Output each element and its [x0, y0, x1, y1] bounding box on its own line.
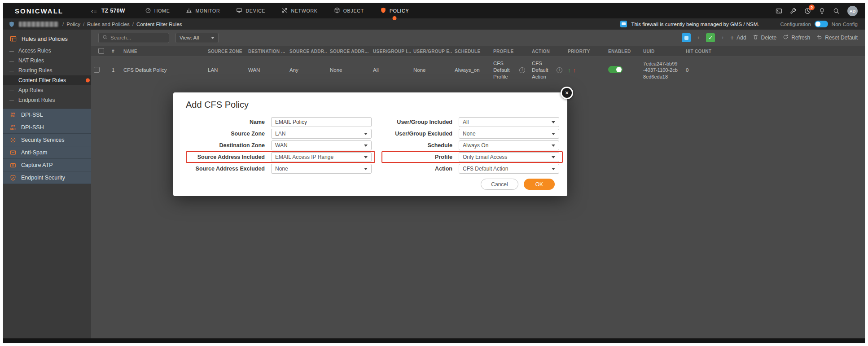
column-header-source-addr-excluded[interactable]: SOURCE ADDR... — [327, 49, 370, 54]
ok-button[interactable]: OK — [524, 179, 555, 190]
sidebar-item-endpoint-security[interactable]: Endpoint Security — [3, 171, 91, 184]
cancel-button[interactable]: Cancel — [481, 179, 518, 190]
close-icon[interactable]: × — [561, 87, 573, 99]
nav-home[interactable]: HOME — [145, 7, 170, 14]
sidebar-item-label: Access Rules — [18, 48, 51, 54]
user-group-excluded-dropdown[interactable]: None — [459, 129, 559, 139]
priority-up-icon[interactable]: ↑ — [568, 67, 571, 74]
name-label: Name — [189, 119, 265, 125]
search-box[interactable] — [98, 33, 169, 43]
source-zone-dropdown[interactable]: LAN — [271, 129, 372, 139]
sidebar-item-nat-rules[interactable]: — NAT Rules — [3, 56, 91, 66]
chevron-down-icon — [552, 133, 555, 135]
sidebar-item-label: Content Filter Rules — [18, 77, 66, 83]
column-header-action[interactable]: ACTION — [529, 49, 565, 54]
sidebar-item-routing-rules[interactable]: — Routing Rules — [3, 66, 91, 75]
column-header-priority[interactable]: PRIORITY — [565, 49, 605, 54]
breadcrumb-content-filter-rules[interactable]: Content Filter Rules — [136, 22, 182, 27]
nav-label: OBJECT — [343, 8, 364, 13]
column-header-schedule[interactable]: SCHEDULE — [452, 49, 491, 54]
sidebar-item-app-rules[interactable]: — App Rules — [3, 85, 91, 95]
back-menu-icon[interactable]: ‹≡ — [91, 8, 97, 14]
column-header-source-zone[interactable]: SOURCE ZONE — [205, 49, 245, 54]
chevron-down-icon — [364, 168, 368, 170]
firewall-name-redacted — [19, 22, 58, 27]
user-group-included-dropdown[interactable]: All — [459, 117, 559, 127]
nav-network[interactable]: NETWORK — [281, 7, 317, 14]
user-avatar[interactable]: AD — [847, 6, 858, 16]
column-header-user-group-included[interactable]: USER/GROUP I... — [370, 49, 411, 54]
cli-icon[interactable] — [776, 8, 782, 14]
search-input[interactable] — [110, 35, 165, 40]
dash-icon: — — [9, 48, 14, 53]
sidebar-item-content-filter-rules[interactable]: — Content Filter Rules — [3, 75, 91, 85]
column-header-user-group-excluded[interactable]: USER/GROUP E... — [411, 49, 452, 54]
nav-device[interactable]: DEVICE — [236, 7, 265, 14]
nav-monitor[interactable]: MONITOR — [186, 7, 220, 14]
active-filter-icon[interactable]: ✓ — [706, 33, 715, 42]
search-icon[interactable] — [833, 8, 840, 14]
sidebar-item-capture-atp[interactable]: Capture ATP — [3, 159, 91, 171]
info-icon[interactable] — [557, 67, 562, 73]
policy-icon — [380, 7, 386, 14]
config-mode-toggle[interactable] — [815, 21, 828, 27]
reset-default-button[interactable]: Reset Default — [816, 34, 858, 41]
select-all-checkbox[interactable] — [98, 48, 104, 54]
bottom-bar — [3, 338, 865, 343]
column-header-name[interactable]: NAME — [121, 49, 205, 54]
nav-policy[interactable]: POLICY — [380, 7, 409, 14]
dash-icon: — — [9, 68, 14, 73]
column-header-destination-zone[interactable]: DESTINATION ... — [245, 49, 287, 54]
name-input[interactable] — [271, 117, 372, 127]
table-row[interactable]: 1 CFS Default Policy LAN WAN Any None Al… — [91, 57, 865, 83]
delete-button[interactable]: Delete — [753, 34, 777, 41]
network-icon — [281, 7, 288, 14]
breadcrumb-rules-and-policies[interactable]: Rules and Policies — [87, 22, 130, 27]
priority-up-icon[interactable]: ↑ — [573, 67, 576, 74]
dialog-title: Add CFS Policy — [186, 100, 555, 110]
sidebar-item-security-services[interactable]: Security Services — [3, 134, 91, 146]
destination-zone-dropdown[interactable]: WAN — [271, 140, 372, 150]
schedule-dropdown[interactable]: Always On — [459, 140, 559, 150]
refresh-button[interactable]: Refresh — [783, 34, 810, 41]
bulb-icon[interactable] — [819, 8, 825, 14]
dialog-form: Name Source Zone LAN Destination Zone — [186, 116, 555, 175]
sidebar-item-access-rules[interactable]: — Access Rules — [3, 46, 91, 56]
row-checkbox[interactable] — [94, 67, 100, 73]
column-header[interactable]: # — [109, 49, 121, 54]
sidebar-item-dpi-ssh[interactable]: DPI SSH DPI-SSH — [3, 121, 91, 134]
nav-object[interactable]: OBJECT — [334, 7, 364, 14]
column-header-profile[interactable]: PROFILE — [491, 49, 529, 54]
info-icon[interactable] — [519, 67, 525, 73]
sidebar-item-dpi-ssl[interactable]: DPI SSL DPI-SSL — [3, 109, 91, 121]
enabled-toggle[interactable] — [608, 66, 623, 73]
column-header-source-addr-included[interactable]: SOURCE ADDR... — [287, 49, 327, 54]
add-button[interactable]: + Add — [730, 35, 746, 41]
source-address-excluded-label: Source Address Excluded — [189, 166, 265, 172]
view-filter-dropdown[interactable]: View: All — [175, 33, 219, 43]
wrench-icon[interactable] — [790, 8, 797, 14]
topbar-utilities: 5 AD — [776, 6, 865, 16]
breadcrumb-policy[interactable]: Policy — [66, 22, 80, 27]
nav-label: HOME — [154, 8, 170, 13]
app-frame: SONICWALL ‹≡ TZ 570W HOME MONITOR DEVICE… — [3, 3, 865, 343]
source-address-excluded-dropdown[interactable]: None — [271, 164, 372, 174]
toggle-knob — [616, 67, 622, 72]
column-header-enabled[interactable]: ENABLED — [605, 49, 640, 54]
sidebar-item-label: Rules and Policies — [22, 36, 68, 42]
profile-dropdown[interactable]: Only Email Access — [459, 152, 559, 162]
row-user-group-included: All — [370, 67, 411, 73]
notifications-icon[interactable]: 5 — [804, 8, 811, 14]
sidebar-item-endpoint-rules[interactable]: — Endpoint Rules — [3, 95, 91, 105]
column-header-hit-count[interactable]: HIT COUNT — [683, 49, 865, 54]
rules-grid-icon — [9, 35, 17, 42]
chevron-down-icon — [552, 168, 555, 170]
sidebar-item-rules-and-policies[interactable]: Rules and Policies — [3, 31, 91, 46]
nav-label: MONITOR — [195, 8, 220, 13]
action-dropdown[interactable]: CFS Default Action — [459, 164, 559, 174]
sidebar-item-anti-spam[interactable]: Anti-Spam — [3, 146, 91, 159]
device-selector[interactable]: ‹≡ TZ 570W — [91, 8, 125, 14]
source-address-included-dropdown[interactable]: EMAIL Access IP Range — [271, 152, 372, 162]
ip-version-icon[interactable] — [682, 33, 691, 42]
column-header-uuid[interactable]: UUID — [640, 49, 683, 54]
